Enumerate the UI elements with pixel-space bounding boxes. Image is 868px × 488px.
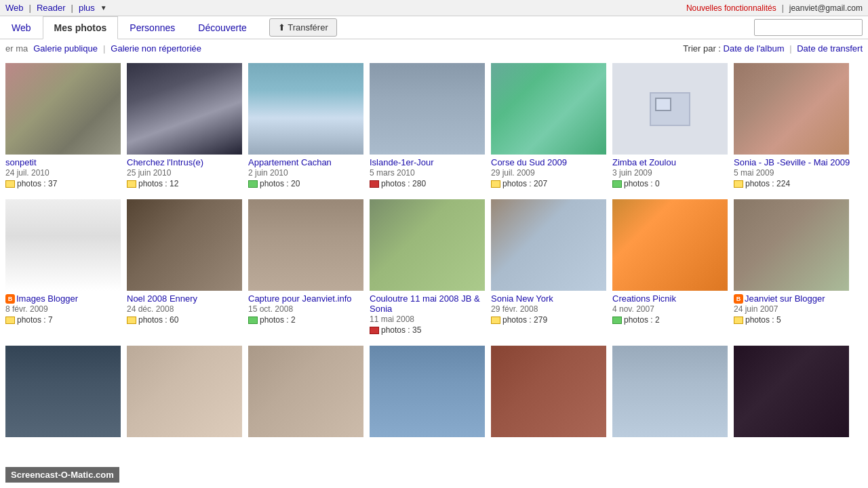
albums-grid: sonpetit24 juil. 2010photos : 37Cherchez… [0,58,868,453]
photo-type-icon [612,317,622,324]
album-thumb-noel2008 [127,199,242,291]
album-title-jeanviet-blogger[interactable]: Jeanviet sur Blogger [745,293,825,304]
album-title-zimba[interactable]: Zimba et Zoulou [612,157,676,167]
photo-type-icon [127,317,136,324]
photos-count-label: photos : 2 [260,315,296,325]
album-item-row3-6[interactable] [612,346,731,437]
album-date-corse: 29 juil. 2009 [491,168,610,178]
album-photos-islande: photos : 280 [370,179,488,188]
pipe-separator: | [103,43,105,54]
album-date-zimba: 3 juin 2009 [612,168,731,178]
album-date-capture: 15 oct. 2008 [248,304,367,314]
album-item-row3-3[interactable] [248,346,367,437]
album-item-row3-4[interactable] [370,346,488,437]
album-title-appartement[interactable]: Appartement Cachan [248,157,332,167]
plus-button[interactable]: plus [79,3,95,13]
album-item-couloutre[interactable]: Couloutre 11 mai 2008 JB & Sonia11 mai 2… [370,199,488,335]
album-date-sonia-jb: 5 mai 2009 [734,168,852,178]
album-item-sonpetit[interactable]: sonpetit24 juil. 2010photos : 37 [5,63,124,188]
photos-count-label: photos : 20 [260,179,300,188]
album-thumb-row3-3 [248,346,363,437]
album-thumb-sonia-ny [491,199,606,291]
album-item-row3-2[interactable] [127,346,245,437]
album-title-islande[interactable]: Islande-1er-Jour [370,157,434,167]
album-item-noel2008[interactable]: Noel 2008 Ennery24 déc. 2008photos : 60 [127,199,245,335]
blogger-icon: B [734,294,743,304]
album-date-noel2008: 24 déc. 2008 [127,304,245,314]
galerie-publique-link[interactable]: Galerie publique [33,43,98,54]
album-item-row3-7[interactable] [734,346,852,437]
album-item-row3-5[interactable] [491,346,610,437]
album-title-capture[interactable]: Capture pour Jeanviet.info [248,293,351,304]
album-photos-appartement: photos : 20 [248,179,367,188]
album-photos-sonpetit: photos : 37 [5,179,124,188]
photos-count-label: photos : 0 [624,179,660,188]
transfer-button[interactable]: ⬆ Transférer [269,18,337,37]
main-navigation: Web Mes photos Personnes Découverte ⬆ Tr… [0,16,868,39]
photos-count-label: photos : 280 [381,179,426,188]
album-thumb-creations [612,199,728,291]
album-item-cherzlejintrus[interactable]: Cherchez l'Intrus(e)25 juin 2010photos :… [127,63,245,188]
album-item-islande[interactable]: Islande-1er-Jour5 mars 2010photos : 280 [370,63,488,188]
sort-separator: | [789,43,791,54]
album-photos-cherzlejintrus: photos : 12 [127,179,245,188]
album-title-sonia-jb[interactable]: Sonia - JB -Seville - Mai 2009 [734,157,850,167]
tab-decouverte[interactable]: Découverte [186,16,258,39]
photo-type-icon [248,317,258,324]
album-thumb-row3-1 [5,346,121,437]
album-date-jeanviet-blogger: 24 juin 2007 [734,304,852,314]
tab-personnes[interactable]: Personnes [118,16,186,39]
album-photos-sonia-ny: photos : 279 [491,315,610,325]
album-date-creations: 4 nov. 2007 [612,304,731,314]
sort-date-album[interactable]: Date de l'album [724,43,785,54]
photos-count-label: photos : 60 [138,315,178,325]
photos-count-label: photos : 207 [502,179,547,188]
sort-date-transfert[interactable]: Date de transfert [797,43,863,54]
tab-web[interactable]: Web [0,16,43,39]
album-item-corse[interactable]: Corse du Sud 200929 juil. 2009photos : 2… [491,63,610,188]
album-item-sonia-jb[interactable]: Sonia - JB -Seville - Mai 20095 mai 2009… [734,63,852,188]
trier-label: Trier par : [683,43,721,54]
album-item-jeanviet-blogger[interactable]: BJeanviet sur Blogger24 juin 2007photos … [734,199,852,335]
album-title-noel2008[interactable]: Noel 2008 Ennery [127,293,197,304]
album-item-row3-1[interactable] [5,346,124,437]
photos-count-label: photos : 5 [745,315,781,325]
album-title-sonpetit[interactable]: sonpetit [5,157,37,167]
photo-type-icon [734,317,743,324]
album-title-corse[interactable]: Corse du Sud 2009 [491,157,567,167]
photo-type-icon [5,180,15,188]
album-title-sonia-ny[interactable]: Sonia New York [491,293,553,304]
photos-count-label: photos : 37 [17,179,57,188]
top-navigation: Web | Reader | plus ▼ Nouvelles fonction… [0,0,868,16]
album-thumb-row3-6 [612,346,728,437]
album-thumb-cherzlejintrus [127,63,242,155]
photo-type-icon [370,327,379,334]
album-date-sonia-ny: 29 févr. 2008 [491,304,610,314]
album-item-zimba[interactable]: Zimba et Zoulou3 juin 2009photos : 0 [612,63,731,188]
tab-mesphotos[interactable]: Mes photos [43,16,119,39]
photos-count-label: photos : 35 [381,325,421,335]
album-item-creations[interactable]: Creations Picnik4 nov. 2007photos : 2 [612,199,731,335]
album-item-sonia-ny[interactable]: Sonia New York29 févr. 2008photos : 279 [491,199,610,335]
album-title-images-blogger[interactable]: Images Blogger [16,293,78,304]
album-item-images-blogger[interactable]: BImages Blogger8 févr. 2009photos : 7 [5,199,124,335]
album-thumb-row3-2 [127,346,242,437]
reader-link[interactable]: Reader [37,3,66,13]
web-link[interactable]: Web [5,3,24,13]
user-email: jeanviet@gmail.com [789,3,863,13]
album-title-cherzlejintrus[interactable]: Cherchez l'Intrus(e) [127,157,203,167]
album-item-capture[interactable]: Capture pour Jeanviet.info15 oct. 2008ph… [248,199,367,335]
galerie-non-link[interactable]: Galerie non répertoriée [111,43,201,54]
nouvelles-link[interactable]: Nouvelles fonctionnalités [686,3,776,13]
search-input[interactable] [754,19,863,36]
album-title-couloutre[interactable]: Couloutre 11 mai 2008 JB & Sonia [370,293,488,314]
photos-count-label: photos : 12 [138,179,178,188]
album-title-creations[interactable]: Creations Picnik [612,293,676,304]
photos-count-label: photos : 279 [502,315,547,325]
album-date-couloutre: 11 mai 2008 [370,314,488,324]
album-item-appartement[interactable]: Appartement Cachan2 juin 2010photos : 20 [248,63,367,188]
user-separator: | [782,3,784,13]
album-photos-corse: photos : 207 [491,179,610,188]
album-thumb-row3-4 [370,346,485,437]
photo-type-icon [612,180,622,188]
